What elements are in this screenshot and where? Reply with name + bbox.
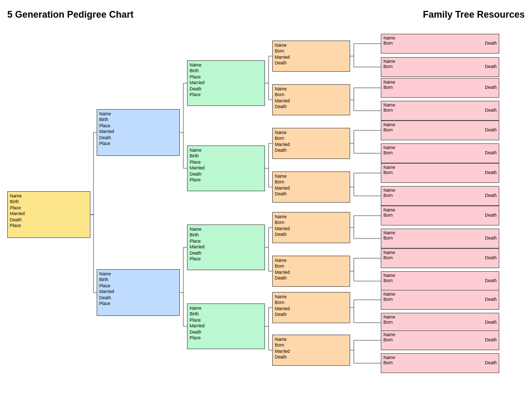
gen5-2-name: Name xyxy=(383,79,497,85)
gen3-3-birth: Birth xyxy=(190,311,262,317)
page-title: 5 Generation Pedigree Chart xyxy=(7,9,134,20)
gen5-8-name: Name xyxy=(383,207,497,213)
gen5-12-born: Born xyxy=(383,297,393,302)
gen5-4-box[interactable]: Name Born Death xyxy=(381,121,499,140)
gen4-3-born: Born xyxy=(275,179,348,185)
gen5-9-box[interactable]: Name Born Death xyxy=(381,229,499,248)
gen3-0-place2: Place xyxy=(190,92,262,98)
gen5-6-box[interactable]: Name Born Death xyxy=(381,163,499,183)
gen3-1-box[interactable]: Name Birth Place Married Death Place xyxy=(187,145,265,191)
gen5-8-born: Born xyxy=(383,213,393,218)
gen5-2-born: Born xyxy=(383,85,393,90)
gen5-5-box[interactable]: Name Born Death xyxy=(381,143,499,163)
gen3-1-place2: Place xyxy=(190,177,262,183)
gen4-0-name: Name xyxy=(275,43,348,48)
gen5-8-death: Death xyxy=(485,213,497,218)
gen5-14-death: Death xyxy=(485,337,497,342)
gen4-7-death: Death xyxy=(275,354,348,360)
gen5-14-born: Born xyxy=(383,337,393,342)
gen4-2-death: Death xyxy=(275,148,348,153)
gen4-6-married: Married xyxy=(275,306,348,312)
gen5-2-death: Death xyxy=(485,85,497,90)
gen4-4-death: Death xyxy=(275,232,348,237)
gen3-0-box[interactable]: Name Birth Place Married Death Place xyxy=(187,60,265,106)
gen5-0-box[interactable]: Name Born Death xyxy=(381,34,499,54)
gen4-3-married: Married xyxy=(275,185,348,191)
gen4-3-death: Death xyxy=(275,191,348,197)
gen4-6-death: Death xyxy=(275,312,348,317)
gen5-1-born: Born xyxy=(383,64,393,69)
gen2-bottom-name: Name xyxy=(99,271,177,277)
gen2-bottom-birth: Birth xyxy=(99,277,177,283)
gen5-3-death: Death xyxy=(485,108,497,113)
gen3-3-death: Death xyxy=(190,329,262,335)
sidebar-title: Family Tree Resources xyxy=(423,9,525,20)
gen4-1-married: Married xyxy=(275,98,348,104)
gen1-name: Name xyxy=(10,193,88,199)
gen5-7-box[interactable]: Name Born Death xyxy=(381,186,499,206)
gen5-10-box[interactable]: Name Born Death xyxy=(381,248,499,268)
gen5-9-born: Born xyxy=(383,235,393,241)
gen3-0-married: Married xyxy=(190,80,262,86)
gen5-6-death: Death xyxy=(485,170,497,175)
gen5-3-name: Name xyxy=(383,102,497,108)
gen3-2-box[interactable]: Name Birth Place Married Death Place xyxy=(187,224,265,270)
gen4-1-name: Name xyxy=(275,86,348,92)
gen5-12-box[interactable]: Name Born Death xyxy=(381,290,499,310)
gen4-6-box[interactable]: Name Born Married Death xyxy=(272,292,350,323)
gen3-0-name: Name xyxy=(190,62,262,68)
gen3-0-birth: Birth xyxy=(190,68,262,74)
gen5-1-box[interactable]: Name Born Death xyxy=(381,57,499,77)
gen4-0-death: Death xyxy=(275,60,348,66)
gen5-6-born: Born xyxy=(383,170,393,175)
gen3-2-birth: Birth xyxy=(190,232,262,238)
gen5-3-box[interactable]: Name Born Death xyxy=(381,101,499,121)
gen4-4-box[interactable]: Name Born Married Death xyxy=(272,212,350,243)
gen3-2-death: Death xyxy=(190,250,262,256)
gen5-5-name: Name xyxy=(383,145,497,150)
gen5-11-box[interactable]: Name Born Death xyxy=(381,271,499,291)
gen3-1-death: Death xyxy=(190,171,262,177)
gen2-top-box[interactable]: Name Birth Place Married Death Place xyxy=(97,109,180,156)
gen3-1-married: Married xyxy=(190,165,262,171)
gen5-13-box[interactable]: Name Born Death xyxy=(381,313,499,333)
gen4-7-box[interactable]: Name Born Married Death xyxy=(272,335,350,366)
gen5-3-born: Born xyxy=(383,108,393,113)
gen5-7-death: Death xyxy=(485,193,497,198)
gen4-0-married: Married xyxy=(275,55,348,60)
gen4-5-married: Married xyxy=(275,270,348,275)
gen5-1-name: Name xyxy=(383,59,497,64)
gen5-10-born: Born xyxy=(383,255,393,260)
gen4-2-box[interactable]: Name Born Married Death xyxy=(272,128,350,159)
gen5-15-death: Death xyxy=(485,360,497,365)
gen2-top-death: Death xyxy=(99,135,177,141)
gen5-0-name: Name xyxy=(383,35,497,41)
gen5-14-box[interactable]: Name Born Death xyxy=(381,330,499,350)
gen5-11-name: Name xyxy=(383,273,497,278)
gen4-7-name: Name xyxy=(275,337,348,342)
gen5-15-box[interactable]: Name Born Death xyxy=(381,353,499,373)
gen2-bottom-death: Death xyxy=(99,295,177,301)
gen4-0-box[interactable]: Name Born Married Death xyxy=(272,41,350,72)
gen5-12-death: Death xyxy=(485,297,497,302)
gen3-3-box[interactable]: Name Birth Place Married Death Place xyxy=(187,303,265,349)
gen4-3-box[interactable]: Name Born Married Death xyxy=(272,171,350,203)
gen5-2-box[interactable]: Name Born Death xyxy=(381,78,499,98)
gen3-2-married: Married xyxy=(190,244,262,250)
gen4-1-box[interactable]: Name Born Married Death xyxy=(272,84,350,115)
gen4-5-box[interactable]: Name Born Married Death xyxy=(272,256,350,287)
gen1-birth: Birth xyxy=(10,199,88,205)
gen1-place2: Place xyxy=(10,223,88,229)
gen4-1-born: Born xyxy=(275,92,348,98)
gen5-8-box[interactable]: Name Born Death xyxy=(381,206,499,226)
gen3-0-place1: Place xyxy=(190,74,262,80)
gen5-13-name: Name xyxy=(383,314,497,320)
gen5-7-name: Name xyxy=(383,188,497,193)
gen5-10-death: Death xyxy=(485,255,497,260)
gen2-bottom-box[interactable]: Name Birth Place Married Death Place xyxy=(97,269,180,316)
gen3-2-place2: Place xyxy=(190,256,262,262)
gen2-top-place1: Place xyxy=(99,123,177,129)
gen4-5-born: Born xyxy=(275,263,348,269)
gen4-4-name: Name xyxy=(275,214,348,220)
gen1-box[interactable]: Name Birth Place Married Death Place xyxy=(7,191,90,238)
